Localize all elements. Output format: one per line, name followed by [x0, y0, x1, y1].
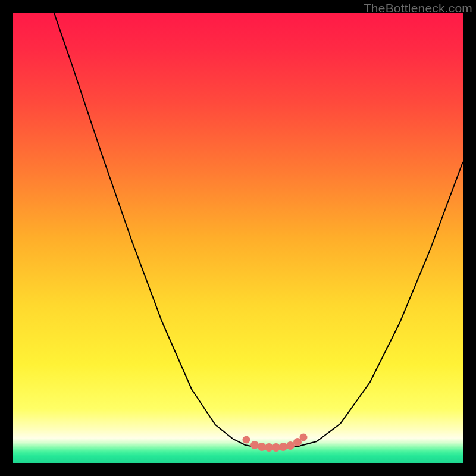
valley-marker-dot [279, 443, 287, 451]
valley-marker-dot [250, 441, 259, 449]
valley-marker-dot [258, 443, 266, 451]
valley-marker-dot [272, 443, 280, 452]
valley-marker-dot [265, 443, 273, 452]
chart-frame [13, 13, 463, 463]
valley-markers [243, 434, 308, 452]
curve-layer [13, 13, 463, 463]
valley-marker-dot [243, 436, 250, 444]
valley-marker-dot [286, 441, 295, 450]
watermark-text: TheBottleneck.com [364, 1, 472, 15]
bottleneck-curve [49, 13, 463, 447]
valley-marker-dot [300, 434, 308, 441]
